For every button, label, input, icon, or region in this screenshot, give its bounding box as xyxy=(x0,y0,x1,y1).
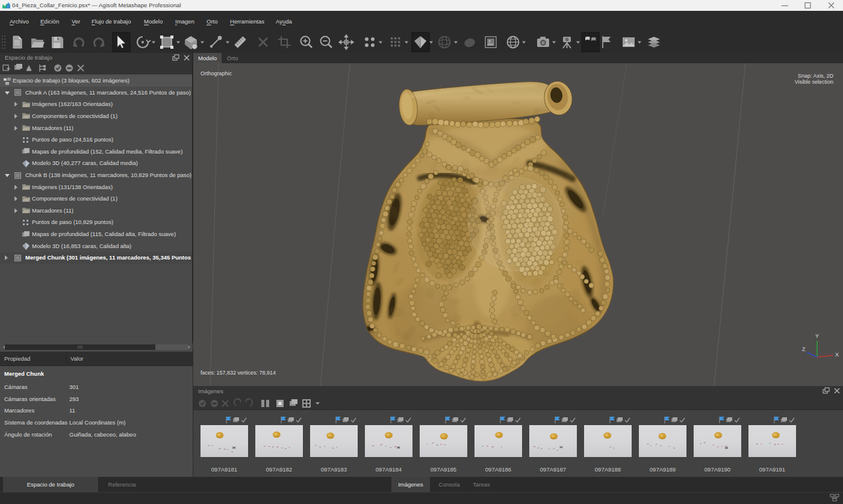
svg-text:Y: Y xyxy=(815,333,819,339)
svg-text:Z: Z xyxy=(802,346,806,352)
svg-text:X: X xyxy=(835,352,839,358)
